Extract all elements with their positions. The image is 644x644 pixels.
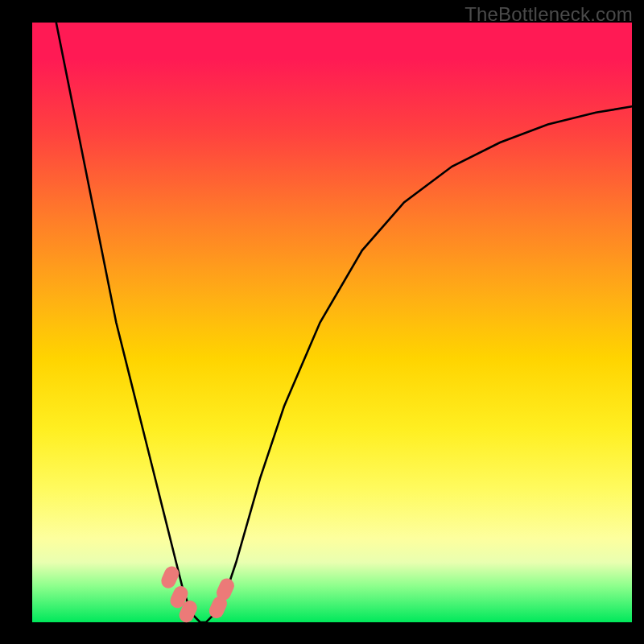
chart-svg xyxy=(0,0,644,644)
watermark-text: TheBottleneck.com xyxy=(464,3,633,26)
curve-group xyxy=(56,23,632,622)
bottleneck-curve xyxy=(56,23,632,622)
markers-group xyxy=(159,564,236,625)
chart-frame: TheBottleneck.com xyxy=(0,0,644,644)
